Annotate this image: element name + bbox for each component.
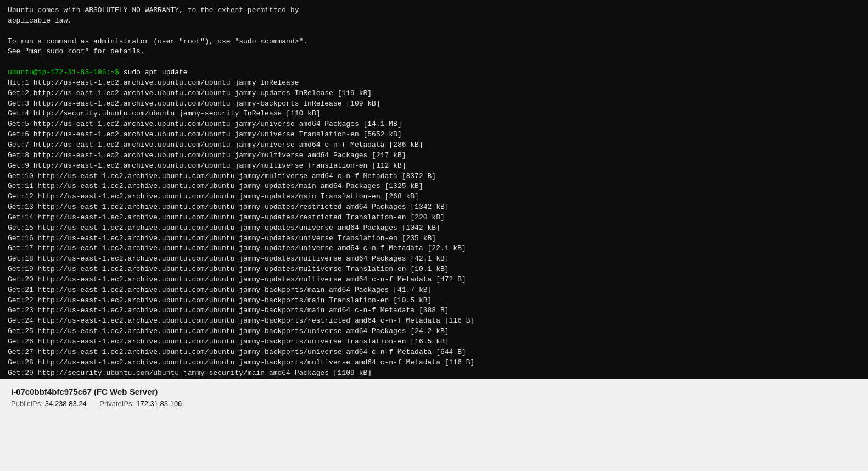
terminal-line: Get:19 http://us-east-1.ec2.archive.ubun… [8, 265, 449, 273]
public-ips-value: 34.238.83.24 [45, 400, 87, 408]
private-ips-label: PrivateIPs: [99, 400, 134, 408]
terminal-line: Get:29 http://security.ubuntu.com/ubuntu… [8, 369, 372, 377]
terminal-line: Get:26 http://us-east-1.ec2.archive.ubun… [8, 337, 449, 346]
instance-id: i-07c0bbf4bfc975c67 (FC Web Server) [11, 387, 857, 396]
terminal-line: Get:7 http://us-east-1.ec2.archive.ubunt… [8, 141, 423, 149]
terminal-line: Get:2 http://us-east-1.ec2.archive.ubunt… [8, 89, 372, 97]
terminal-line: See "man sudo_root" for details. [8, 47, 145, 56]
terminal-line: Get:11 http://us-east-1.ec2.archive.ubun… [8, 182, 423, 190]
terminal-line: Get:23 http://us-east-1.ec2.archive.ubun… [8, 306, 449, 314]
terminal-line: Get:15 http://us-east-1.ec2.archive.ubun… [8, 224, 440, 232]
terminal-line: Get:28 http://us-east-1.ec2.archive.ubun… [8, 358, 474, 367]
ip-info: PublicIPs:34.238.83.24 PrivateIPs:172.31… [11, 400, 857, 408]
terminal-prompt: ubuntu@ip-172-31-83-106:~$ [8, 68, 124, 76]
terminal-line: Get:9 http://us-east-1.ec2.archive.ubunt… [8, 162, 406, 170]
terminal-line: Get:27 http://us-east-1.ec2.archive.ubun… [8, 348, 466, 356]
terminal-line: Get:16 http://us-east-1.ec2.archive.ubun… [8, 234, 436, 242]
public-ips-label: PublicIPs: [11, 400, 43, 408]
terminal-line: To run a command as administrator (user … [8, 37, 307, 46]
terminal-line: Get:8 http://us-east-1.ec2.archive.ubunt… [8, 151, 406, 159]
terminal-command: sudo apt update [124, 68, 188, 76]
terminal-line: Get:13 http://us-east-1.ec2.archive.ubun… [8, 203, 449, 211]
private-ips-value: 172.31.83.106 [136, 400, 182, 408]
terminal-line: Get:20 http://us-east-1.ec2.archive.ubun… [8, 275, 466, 284]
terminal-line: Get:14 http://us-east-1.ec2.archive.ubun… [8, 213, 445, 221]
terminal-line: Get:25 http://us-east-1.ec2.archive.ubun… [8, 327, 449, 335]
terminal-line: Get:3 http://us-east-1.ec2.archive.ubunt… [8, 99, 380, 108]
terminal-line: Get:18 http://us-east-1.ec2.archive.ubun… [8, 254, 449, 263]
terminal-line: Get:6 http://us-east-1.ec2.archive.ubunt… [8, 130, 402, 138]
terminal-line: Ubuntu comes with ABSOLUTELY NO WARRANTY… [8, 6, 299, 14]
terminal-line: Get:12 http://us-east-1.ec2.archive.ubun… [8, 192, 419, 201]
terminal-output: Ubuntu comes with ABSOLUTELY NO WARRANTY… [0, 0, 868, 379]
terminal-line: Get:4 http://security.ubuntu.com/ubuntu … [8, 109, 321, 118]
terminal-line: Get:24 http://us-east-1.ec2.archive.ubun… [8, 317, 474, 325]
terminal-line: Get:21 http://us-east-1.ec2.archive.ubun… [8, 286, 432, 294]
terminal-line: Get:5 http://us-east-1.ec2.archive.ubunt… [8, 120, 402, 128]
terminal-line: Hit:1 http://us-east-1.ec2.archive.ubunt… [8, 79, 299, 87]
instance-info-bar: i-07c0bbf4bfc975c67 (FC Web Server) Publ… [0, 379, 868, 471]
terminal-line: Get:10 http://us-east-1.ec2.archive.ubun… [8, 172, 436, 180]
terminal-line: applicable law. [8, 16, 72, 25]
terminal-line: Get:22 http://us-east-1.ec2.archive.ubun… [8, 296, 432, 304]
terminal-line: Get:17 http://us-east-1.ec2.archive.ubun… [8, 244, 466, 252]
